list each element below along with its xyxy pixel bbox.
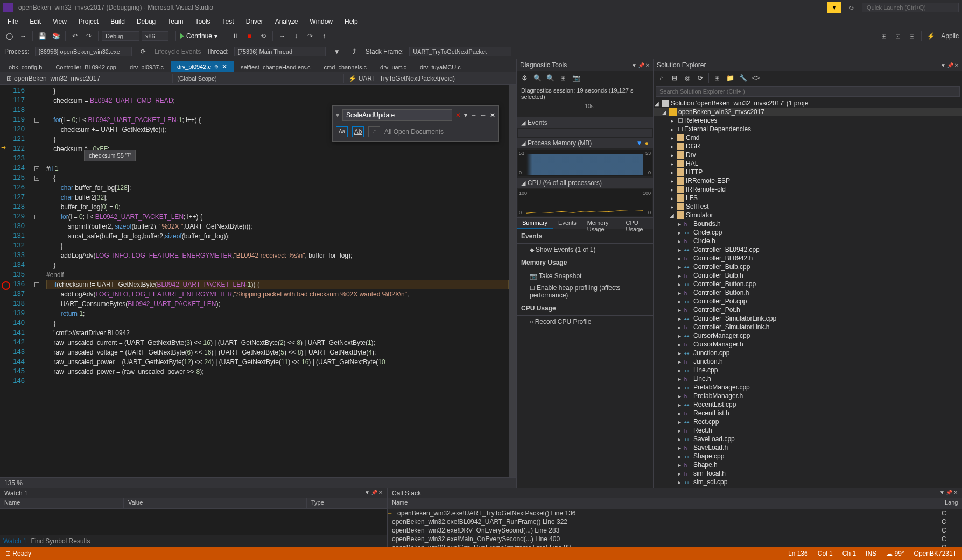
tree-item[interactable]: ▸Line.cpp — [654, 366, 962, 374]
function-scope-combo[interactable]: ⚡UART_TryToGetNextPacket(void) — [344, 74, 514, 83]
tree-item[interactable]: ▸Rect.cpp — [654, 417, 962, 426]
close-icon[interactable]: ✕ — [645, 62, 650, 68]
clear-icon[interactable]: ✕ — [455, 110, 461, 120]
tree-item[interactable]: ▸Controller_BL0942.h — [654, 254, 962, 263]
events-header[interactable]: ◢ Events — [517, 117, 653, 128]
tree-item[interactable]: ▸PrefabManager.cpp — [654, 383, 962, 392]
tree-item[interactable]: ▸Controller_Button.h — [654, 288, 962, 297]
callstack-row[interactable]: openBeken_win32.exe!UART_TryToGetNextPac… — [388, 509, 962, 518]
tool-icon[interactable]: ⊞ — [878, 30, 890, 42]
stop-icon[interactable]: ■ — [243, 30, 255, 42]
tree-item[interactable]: ▸Controller_BL0942.cpp — [654, 245, 962, 254]
next-statement-icon[interactable]: → — [276, 30, 288, 42]
find-input[interactable] — [342, 109, 452, 121]
close-icon[interactable]: ✕ — [490, 110, 495, 120]
tree-item[interactable]: ▸IRRemote-old — [654, 185, 962, 194]
file-tab[interactable]: Controller_BL0942.cpp — [49, 62, 123, 72]
diag-tab[interactable]: CPU Usage — [621, 218, 653, 229]
menu-team[interactable]: Team — [162, 17, 188, 26]
sync-icon[interactable]: ◎ — [682, 72, 693, 84]
home-icon[interactable]: ⌂ — [656, 72, 668, 84]
project-scope-combo[interactable]: ⊞openBeken_win32_mvsc2017 — [2, 74, 172, 83]
diag-tab[interactable]: Summary — [517, 218, 553, 229]
tree-item[interactable]: ▸Line.h — [654, 374, 962, 383]
code-editor[interactable]: 1161171181191201211221231241251261271281… — [0, 85, 516, 477]
tree-item[interactable]: ▸Circle.h — [654, 237, 962, 245]
preview-icon[interactable]: ⊞ — [711, 72, 723, 84]
menu-view[interactable]: View — [47, 17, 72, 26]
memory-header[interactable]: ◢ Process Memory (MB)▼ ● — [517, 138, 653, 148]
tab-watch1[interactable]: Watch 1 — [3, 537, 27, 545]
zoom-in-icon[interactable]: 🔍 — [532, 73, 543, 83]
tree-item[interactable]: ▸Controller_Bulb.cpp — [654, 263, 962, 271]
tree-item[interactable]: ▸PrefabManager.h — [654, 392, 962, 400]
tree-item[interactable]: ▸sim_local.h — [654, 469, 962, 478]
undo-icon[interactable]: ↶ — [69, 30, 81, 42]
tree-item[interactable]: ▸Junction.cpp — [654, 349, 962, 357]
tree-item[interactable]: ▸Circle.cpp — [654, 228, 962, 237]
stack-combo[interactable]: UART_TryToGetNextPacket — [409, 47, 511, 56]
refresh-icon[interactable]: ⟳ — [694, 72, 706, 84]
nav-icon[interactable]: ⤴ — [348, 46, 360, 58]
tree-item[interactable]: ▸DGR — [654, 142, 962, 151]
tree-item[interactable]: ▸Controller_Button.cpp — [654, 280, 962, 288]
break-all-icon[interactable]: ⏸ — [229, 30, 241, 42]
zoom-level[interactable]: 135 % — [4, 479, 23, 487]
view-code-icon[interactable]: <> — [750, 72, 762, 84]
solution-tree[interactable]: ◢Solution 'openBeken_win32_mvsc2017' (1 … — [654, 98, 962, 488]
tree-item[interactable]: ▸LFS — [654, 194, 962, 202]
cycle-icon[interactable]: ⟳ — [137, 46, 149, 58]
continue-button[interactable]: Continue ▾ — [175, 31, 222, 41]
step-over-icon[interactable]: ↷ — [304, 30, 316, 42]
menu-test[interactable]: Test — [217, 17, 240, 26]
cs-col-name[interactable]: Name — [388, 498, 940, 509]
lightning-icon[interactable]: ⚡ — [925, 30, 937, 42]
callstack-row[interactable]: openBeken_win32.exe!Main_OnEverySecond(.… — [388, 535, 962, 543]
tree-item[interactable]: ▸Cmd — [654, 133, 962, 142]
notification-flag-icon[interactable]: ▼ — [827, 2, 841, 13]
collapse-icon[interactable]: ⊟ — [669, 72, 680, 84]
word-option[interactable]: Ab — [352, 126, 364, 137]
file-tab[interactable]: drv_bl0937.c — [123, 62, 170, 72]
record-cpu-link[interactable]: ○ Record CPU Profile — [517, 316, 653, 328]
file-tab[interactable]: selftest_changeHandlers.c — [234, 62, 317, 72]
tree-item[interactable]: ▸Controller_Pot.cpp — [654, 297, 962, 306]
menu-edit[interactable]: Edit — [24, 17, 46, 26]
callstack-row[interactable]: openBeken_win32.exe!Sim_RunFrame(int fra… — [388, 543, 962, 547]
tree-item[interactable]: ▸References — [654, 116, 962, 125]
menu-analyze[interactable]: Analyze — [270, 17, 304, 26]
tree-item[interactable]: ▸RecentList.cpp — [654, 400, 962, 409]
menu-build[interactable]: Build — [105, 17, 130, 26]
watch-body[interactable] — [0, 509, 387, 535]
file-tab[interactable]: obk_config.h — [2, 62, 48, 72]
find-scope[interactable]: All Open Documents — [384, 127, 495, 137]
tree-item[interactable]: ▸Controller_Bulb.h — [654, 271, 962, 280]
cs-col-lang[interactable]: Lang — [940, 498, 962, 509]
menu-file[interactable]: File — [2, 17, 23, 26]
nav-fwd-icon[interactable]: → — [17, 30, 29, 42]
menu-project[interactable]: Project — [73, 17, 104, 26]
tree-item[interactable]: ▸Controller_Pot.h — [654, 306, 962, 314]
tree-item[interactable]: ▸IRRemote-ESP — [654, 176, 962, 185]
tree-item[interactable]: ▸SaveLoad.cpp — [654, 435, 962, 443]
callstack-body[interactable]: openBeken_win32.exe!UART_TryToGetNextPac… — [388, 509, 962, 547]
step-into-icon[interactable]: ↓ — [290, 30, 302, 42]
scrollbar-preview[interactable] — [509, 85, 516, 477]
col-value[interactable]: Value — [124, 498, 307, 508]
tree-item[interactable]: ▸HAL — [654, 159, 962, 168]
tree-item[interactable]: ▸CursorManager.cpp — [654, 331, 962, 340]
restart-icon[interactable]: ⟲ — [257, 30, 269, 42]
pin-icon[interactable]: 📌 — [947, 62, 953, 68]
platform-combo[interactable]: x86 — [142, 31, 168, 41]
col-name[interactable]: Name — [0, 498, 124, 508]
snapshot-icon[interactable]: 📷 — [571, 73, 581, 83]
callstack-row[interactable]: openBeken_win32.exe!BL0942_UART_RunFrame… — [388, 518, 962, 526]
tree-item[interactable]: ▸Junction.h — [654, 357, 962, 366]
save-all-icon[interactable]: 📚 — [50, 30, 62, 42]
step-out-icon[interactable]: ↑ — [318, 30, 330, 42]
tree-item[interactable]: ▸Controller_SimulatorLink.cpp — [654, 314, 962, 323]
find-next-icon[interactable]: → — [471, 110, 477, 120]
time-ruler[interactable]: 10s — [517, 102, 653, 117]
thread-combo[interactable]: [75396] Main Thread — [234, 47, 326, 56]
process-combo[interactable]: [36956] openBeken_win32.exe — [35, 47, 132, 56]
